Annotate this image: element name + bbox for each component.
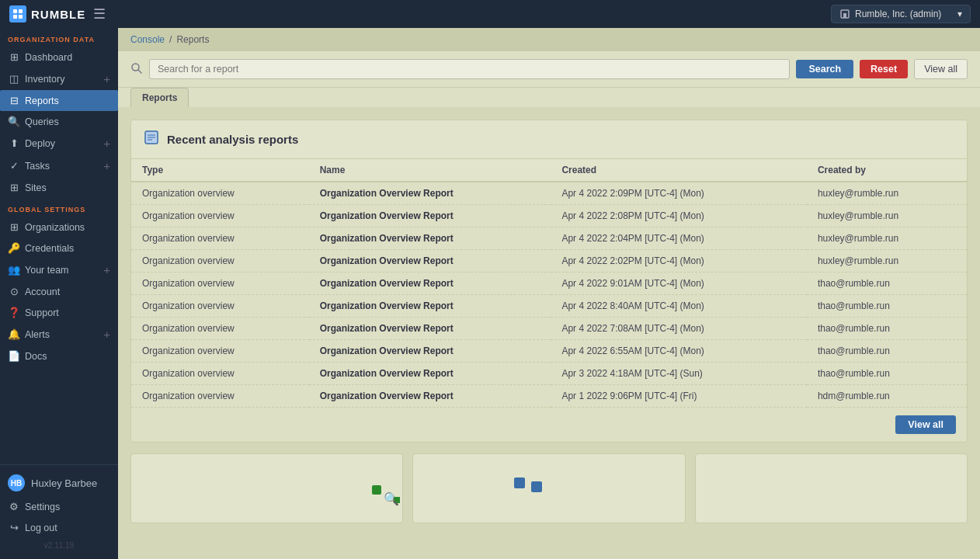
docs-icon: 📄 [8, 350, 20, 362]
sidebar-item-settings[interactable]: ⚙ Settings [0, 496, 118, 517]
cell-type: Organization overview [131, 182, 309, 205]
bottom-cards: 🔍 [130, 453, 968, 523]
chevron-down-icon: ▾ [957, 9, 962, 19]
sidebar-item-label: Dashboard [25, 52, 72, 63]
tab-reports[interactable]: Reports [130, 88, 189, 107]
sidebar-item-docs[interactable]: 📄 Docs [0, 345, 118, 366]
cell-type: Organization overview [131, 227, 309, 250]
cell-created-by: huxley@rumble.run [807, 205, 967, 227]
view-all-button[interactable]: View all [895, 415, 956, 434]
search-button[interactable]: Search [796, 60, 853, 78]
map-square-blue2 [531, 481, 542, 492]
team-icon: 👥 [8, 264, 20, 276]
building-icon [839, 9, 850, 19]
cell-created-by: thao@rumble.run [807, 273, 967, 295]
table-row[interactable]: Organization overviewOrganization Overvi… [131, 385, 967, 408]
sidebar-item-inventory[interactable]: ◫ Inventory + [0, 68, 118, 90]
view-all-top-button[interactable]: View all [914, 59, 968, 79]
col-name: Name [309, 159, 551, 182]
table-row[interactable]: Organization overviewOrganization Overvi… [131, 205, 967, 227]
sidebar-bottom: HB Huxley Barbee ⚙ Settings ↪ Log out v2… [0, 464, 118, 553]
table-footer: View all [131, 408, 967, 442]
hamburger-icon[interactable]: ☰ [93, 5, 106, 23]
logo-text: RUMBLE [31, 8, 85, 21]
cell-created: Apr 4 2022 6:55AM [UTC-4] (Mon) [551, 340, 806, 363]
sidebar-item-support[interactable]: ❓ Support [0, 302, 118, 323]
cell-type: Organization overview [131, 295, 309, 318]
sidebar-item-dashboard[interactable]: ⊞ Dashboard [0, 47, 118, 68]
main-content: Console / Reports Search Reset View all … [118, 28, 980, 559]
report-section-icon [144, 130, 159, 149]
sidebar-item-sites[interactable]: ⊞ Sites [0, 177, 118, 198]
sidebar-item-label: Deploy [25, 138, 55, 149]
svg-rect-5 [843, 13, 846, 18]
bottom-card-1[interactable]: 🔍 [130, 453, 403, 523]
reports-section-title: Recent analysis reports [167, 133, 298, 146]
sidebar-item-organizations[interactable]: ⊞ Organizations [0, 217, 118, 238]
organizations-icon: ⊞ [8, 221, 20, 233]
cell-created-by: thao@rumble.run [807, 340, 967, 363]
svg-rect-1 [19, 9, 23, 13]
cell-created-by: thao@rumble.run [807, 318, 967, 340]
search-input[interactable] [149, 59, 790, 79]
plus-icon[interactable]: + [103, 72, 110, 85]
sidebar-item-label: Reports [25, 95, 59, 106]
plus-icon[interactable]: + [103, 159, 110, 172]
table-row[interactable]: Organization overviewOrganization Overvi… [131, 273, 967, 295]
org-selector[interactable]: Rumble, Inc. (admin) ▾ [831, 5, 971, 23]
sidebar-item-label: Support [25, 307, 59, 318]
table-row[interactable]: Organization overviewOrganization Overvi… [131, 250, 967, 273]
sidebar-item-reports[interactable]: ⊟ Reports [0, 90, 118, 111]
cell-created-by: huxley@rumble.run [807, 182, 967, 205]
svg-rect-3 [19, 15, 23, 19]
user-name: Huxley Barbee [31, 477, 97, 489]
cell-type: Organization overview [131, 385, 309, 408]
plus-icon[interactable]: + [103, 137, 110, 150]
sidebar-item-tasks[interactable]: ✓ Tasks + [0, 155, 118, 177]
table-row[interactable]: Organization overviewOrganization Overvi… [131, 182, 967, 205]
global-settings-section-label: GLOBAL SETTINGS [0, 198, 118, 217]
sidebar-item-label: Account [25, 286, 60, 297]
sidebar-item-deploy[interactable]: ⬆ Deploy + [0, 132, 118, 155]
sidebar-item-label: Your team [25, 265, 69, 276]
dashboard-icon: ⊞ [8, 51, 20, 63]
cell-created-by: thao@rumble.run [807, 363, 967, 385]
breadcrumb-console[interactable]: Console [130, 34, 165, 45]
cell-name: Organization Overview Report [309, 250, 551, 273]
sidebar-item-queries[interactable]: 🔍 Queries [0, 111, 118, 132]
settings-icon: ⚙ [8, 501, 20, 512]
sidebar-item-account[interactable]: ⊙ Account [0, 281, 118, 302]
sidebar-item-logout[interactable]: ↪ Log out [0, 517, 118, 538]
cell-type: Organization overview [131, 250, 309, 273]
table-header-row: Type Name Created Created by [131, 159, 967, 182]
bottom-card-2[interactable] [412, 453, 685, 523]
table-row[interactable]: Organization overviewOrganization Overvi… [131, 318, 967, 340]
cell-created-by: huxley@rumble.run [807, 250, 967, 273]
search-map-icon: 🔍 [384, 491, 399, 506]
cell-type: Organization overview [131, 273, 309, 295]
reset-button[interactable]: Reset [860, 60, 908, 78]
sidebar-item-label: Docs [25, 351, 47, 362]
cell-created: Apr 1 2022 9:06PM [UTC-4] (Fri) [551, 385, 806, 408]
svg-rect-0 [13, 9, 17, 13]
cell-created: Apr 4 2022 8:40AM [UTC-4] (Mon) [551, 295, 806, 318]
table-row[interactable]: Organization overviewOrganization Overvi… [131, 340, 967, 363]
sidebar-item-credentials[interactable]: 🔑 Credentials [0, 238, 118, 259]
cell-created: Apr 3 2022 4:18AM [UTC-4] (Sun) [551, 363, 806, 385]
cell-name: Organization Overview Report [309, 273, 551, 295]
col-created: Created [551, 159, 806, 182]
plus-icon[interactable]: + [103, 263, 110, 276]
table-row[interactable]: Organization overviewOrganization Overvi… [131, 295, 967, 318]
inventory-icon: ◫ [8, 73, 20, 85]
sidebar-item-alerts[interactable]: 🔔 Alerts + [0, 323, 118, 345]
sidebar-item-label: Credentials [25, 243, 74, 254]
table-row[interactable]: Organization overviewOrganization Overvi… [131, 227, 967, 250]
sidebar-item-your-team[interactable]: 👥 Your team + [0, 259, 118, 281]
bottom-card-3[interactable] [695, 453, 968, 523]
svg-line-7 [138, 70, 141, 73]
plus-icon[interactable]: + [103, 328, 110, 341]
sidebar-item-label: Alerts [25, 329, 50, 340]
avatar: HB [8, 474, 25, 491]
table-row[interactable]: Organization overviewOrganization Overvi… [131, 363, 967, 385]
user-profile[interactable]: HB Huxley Barbee [0, 470, 118, 496]
